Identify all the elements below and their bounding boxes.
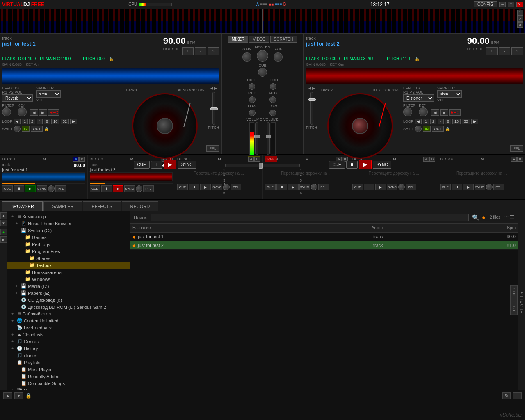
mixer-high-right-knob[interactable]: [270, 83, 276, 90]
deck1-hot-cue-1[interactable]: 1: [182, 47, 194, 55]
mini-deck-1-pause[interactable]: ⏸: [14, 185, 24, 192]
deck2-loop-1[interactable]: 1: [423, 119, 429, 124]
mixer-left-fader[interactable]: [255, 122, 258, 155]
deck1-loop-8[interactable]: 8: [44, 119, 50, 124]
mini-deck-3-pause[interactable]: ⏸: [189, 184, 199, 190]
mini-deck-3-knob[interactable]: [223, 184, 230, 190]
mini-deck-6-cue[interactable]: CUE: [440, 184, 451, 190]
mixer-right-fader[interactable]: [267, 122, 270, 155]
tree-item-myvideos[interactable]: + 🎬 Мои видеозаписи: [7, 387, 130, 390]
tree-item-sysc[interactable]: - 💾 System (C:): [7, 227, 130, 234]
browser-tab-record[interactable]: RECORD: [122, 201, 159, 211]
deck1-sync-btn[interactable]: SYNC: [178, 161, 196, 169]
tree-item-history[interactable]: + 🕐 History: [7, 345, 130, 352]
tree-item-windows[interactable]: + 📁 Windows: [7, 276, 130, 283]
file-icon-waveform[interactable]: 〰: [504, 215, 509, 220]
deck1-effects-select[interactable]: Reverb: [2, 94, 33, 102]
deck2-loop-32[interactable]: 32: [462, 119, 470, 124]
mini-deck-5-play[interactable]: ▶: [375, 184, 386, 190]
deck2-key-knob[interactable]: [419, 107, 428, 116]
tree-item-games[interactable]: + 📁 Games: [7, 234, 130, 241]
deck1-loop-4[interactable]: 4: [37, 119, 43, 124]
deck2-shift-knob[interactable]: [415, 126, 422, 132]
mini-deck-1-play[interactable]: ▶: [25, 185, 36, 192]
file-icon-list[interactable]: ☰: [510, 215, 514, 220]
mini-deck-2-knob[interactable]: [136, 185, 142, 192]
mini-deck-5-knob[interactable]: [398, 184, 405, 190]
deck2-waveform[interactable]: [306, 68, 523, 84]
mixer-crossfader[interactable]: [225, 164, 300, 167]
deck1-prev-btn[interactable]: ◀: [30, 109, 38, 116]
minimize-button[interactable]: ─: [499, 2, 506, 7]
deck2-out-btn[interactable]: OUT: [432, 126, 444, 132]
mini-deck-3-play[interactable]: ▶: [200, 184, 211, 190]
tree-item-computer[interactable]: + 🖥 Компьютер: [7, 213, 130, 220]
deck2-play-btn[interactable]: ▶: [359, 160, 372, 169]
deck2-pitch-slider[interactable]: [310, 92, 313, 125]
tree-item-playlists[interactable]: - 📋 Playlists: [7, 359, 130, 366]
deck1-shift-knob[interactable]: [14, 126, 21, 132]
deck2-in-btn[interactable]: IN: [423, 126, 431, 132]
file-col-artist[interactable]: Автор: [372, 226, 491, 230]
deck2-cue-btn[interactable]: CUE: [329, 161, 345, 169]
mixer-tab-mixer[interactable]: MIXER: [228, 36, 249, 43]
tree-scroll-down[interactable]: ▼: [0, 220, 7, 226]
mini-deck-2-cue[interactable]: CUE: [90, 185, 100, 192]
file-row-1[interactable]: ◆ just for test 2 track 81.0: [130, 241, 518, 250]
search-star-icon[interactable]: ★: [481, 214, 486, 221]
deck1-waveform[interactable]: [2, 68, 219, 84]
mini-deck-1-knob[interactable]: [48, 185, 55, 192]
mini-deck-1-cue[interactable]: CUE: [2, 185, 13, 192]
deck2-loop-16[interactable]: 16: [452, 119, 461, 124]
mini-deck-4-knob[interactable]: [311, 184, 317, 190]
deck2-turntable[interactable]: [327, 93, 393, 159]
mini-deck-5-pfl[interactable]: PFL: [406, 184, 416, 190]
deck2-pause-btn[interactable]: ⏸: [346, 161, 358, 169]
deck2-loop-8[interactable]: 8: [445, 119, 451, 124]
deck2-loop-4[interactable]: 4: [438, 119, 444, 124]
bottom-scroll-down[interactable]: ▼: [14, 392, 23, 399]
mixer-cue-knob[interactable]: [258, 68, 267, 77]
mini-deck-3-a-btn[interactable]: A: [248, 157, 254, 162]
mixer-tab-scratch[interactable]: SCRATCH: [270, 36, 297, 43]
config-button[interactable]: CONFIG: [474, 1, 497, 7]
tree-item-mostplayed[interactable]: 📋 Most Played: [7, 366, 130, 373]
mini-deck-4-sync[interactable]: SYNC: [299, 184, 310, 190]
deck1-loop-32[interactable]: 32: [61, 119, 69, 124]
deck1-play-btn[interactable]: ▶: [164, 160, 176, 169]
deck1-hot-cue-2[interactable]: 2: [195, 47, 206, 55]
mini-deck-3-cue[interactable]: CUE: [177, 184, 188, 190]
mini-deck-1-sync[interactable]: SYNC: [37, 185, 47, 192]
mini-deck-2-play[interactable]: ▶: [113, 185, 123, 192]
deck1-sampler-select[interactable]: siren: [36, 90, 61, 98]
playlist-sidebar[interactable]: PLAYLIST: [518, 211, 525, 390]
file-col-name[interactable]: Название: [132, 226, 372, 230]
tree-item-compatiblesongs[interactable]: 📋 Compatible Songs: [7, 380, 130, 387]
tree-add-btn[interactable]: +: [0, 229, 7, 235]
mixer-med-left-knob[interactable]: [249, 96, 256, 103]
mini-deck-3-sync[interactable]: SYNC: [212, 184, 222, 190]
bottom-arrow-btn[interactable]: →: [513, 392, 522, 399]
deck1-pfl-btn[interactable]: PFL: [206, 145, 219, 152]
mixer-low-right-knob[interactable]: [269, 110, 276, 116]
mini-deck-4-pause[interactable]: ⏸: [276, 184, 287, 190]
mini-deck-3-b-btn[interactable]: B: [254, 157, 260, 162]
search-input[interactable]: [151, 214, 469, 221]
deck1-in-btn[interactable]: IN: [22, 126, 30, 132]
deck1-pitch-slider[interactable]: [212, 92, 215, 125]
mini-deck-2-sync[interactable]: SYNC: [124, 185, 135, 192]
deck2-hot-cue-3[interactable]: 3: [511, 47, 523, 55]
mini-deck-6-play[interactable]: ▶: [463, 184, 474, 190]
bottom-scroll-up[interactable]: ▲: [3, 392, 12, 399]
deck1-loop-next[interactable]: ▶: [70, 119, 77, 124]
mini-deck-2-waveform[interactable]: [90, 172, 173, 181]
mixer-master-knob[interactable]: [257, 50, 268, 62]
mini-deck-5-cue[interactable]: CUE: [352, 184, 363, 190]
zoom-1-btn[interactable]: 1: [517, 10, 523, 16]
deck1-key-knob[interactable]: [18, 107, 27, 116]
tree-action-btn[interactable]: ▶: [0, 236, 7, 243]
mixer-gain-right-knob[interactable]: [274, 52, 283, 62]
deck1-loop-2[interactable]: 2: [29, 119, 35, 124]
tree-item-progfiles[interactable]: + 📁 Program Files: [7, 248, 130, 255]
maximize-button[interactable]: □: [508, 2, 514, 7]
